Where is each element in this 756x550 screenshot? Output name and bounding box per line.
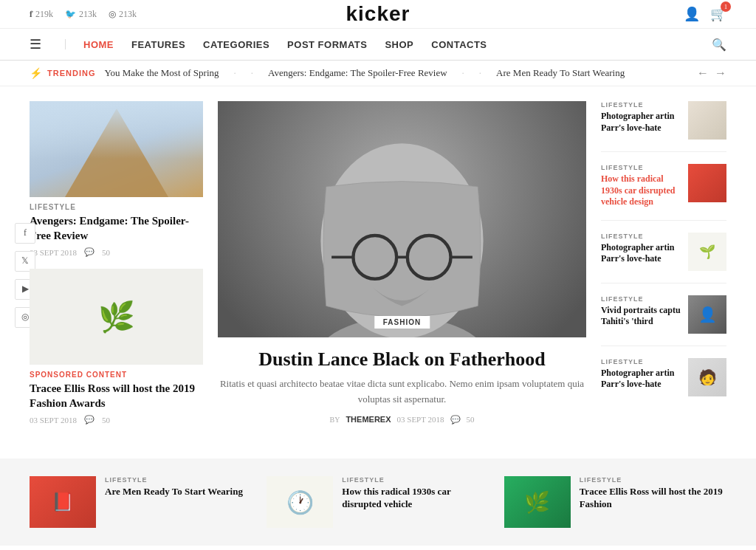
bottom-article-1-title[interactable]: Are Men Ready To Start Wearing: [105, 486, 252, 498]
trending-bar: ⚡ TRENDING You Make the Most of Spring ·…: [0, 61, 756, 86]
trending-next[interactable]: →: [715, 66, 726, 80]
right-article-1-title[interactable]: Photographer artin Parr's love-hate: [601, 111, 681, 134]
featured-image-container: FASHION: [218, 101, 586, 337]
nav-divider: [65, 39, 66, 49]
twitter-count: 213k: [79, 9, 97, 20]
right-article-5-thumb[interactable]: 🧑: [688, 358, 726, 396]
facebook-link[interactable]: 𝐟 219k: [30, 9, 53, 20]
nav-link-shop[interactable]: SHOP: [385, 39, 413, 50]
bottom-article-2-title[interactable]: How this radical 1930s car disrupted veh…: [342, 486, 489, 511]
top-right-icons: 👤 🛒 1: [684, 6, 726, 22]
bottom-article-2: 🕐 LIFESTYLE How this radical 1930s car d…: [267, 476, 489, 528]
left-article-1: LIFESTYLE Avengers: Endgame: The Spoiler…: [30, 101, 203, 257]
comment-icon-1: 💬: [84, 247, 94, 257]
instagram-count: 213k: [119, 9, 137, 20]
featured-comments: 50: [467, 415, 475, 424]
main-content: LIFESTYLE Avengers: Endgame: The Spoiler…: [0, 86, 756, 451]
featured-comment-icon: 💬: [450, 415, 461, 424]
bottom-article-1-cat: LIFESTYLE: [105, 476, 252, 484]
article-2-meta: 03 SEPT 2018 💬 50: [30, 415, 203, 424]
article-1-image[interactable]: [30, 101, 203, 197]
bottom-article-2-thumb[interactable]: 🕐: [267, 476, 333, 528]
right-article-4-thumb[interactable]: 👤: [688, 295, 726, 334]
right-article-3-title[interactable]: Photographer artin Parr's love-hate: [601, 242, 681, 265]
right-article-1-thumb[interactable]: [688, 101, 726, 140]
article-1-meta: 03 SEPT 2018 💬 50: [30, 247, 203, 257]
right-article-5-cat: LIFESTYLE: [601, 358, 681, 365]
hamburger-menu[interactable]: ☰: [30, 36, 41, 52]
facebook-icon: 𝐟: [30, 9, 32, 20]
nav-link-contacts[interactable]: CONTACTS: [431, 39, 487, 50]
bottom-article-3-thumb[interactable]: 🌿: [504, 476, 571, 528]
right-article-4-text: LIFESTYLE Vivid portraits captu Tahiti's…: [601, 295, 681, 328]
featured-excerpt: Ritatis et quasi architecto beatae vitae…: [218, 377, 586, 408]
right-article-2-cat: LIFESTYLE: [601, 164, 681, 171]
bottom-article-3: 🌿 LIFESTYLE Tracee Ellis Ross will host …: [504, 476, 726, 528]
article-2-title[interactable]: Tracee Ellis Ross will host the 2019 Fas…: [30, 382, 203, 410]
center-column: FASHION Dustin Lance Black on Fatherhood…: [218, 101, 586, 436]
trending-label: ⚡ TRENDING: [30, 67, 95, 79]
bottom-article-2-cat: LIFESTYLE: [342, 476, 489, 484]
top-bar: 𝐟 219k 🐦 213k ◎ 213k kicker 👤 🛒 1: [0, 0, 756, 29]
right-article-4-cat: LIFESTYLE: [601, 295, 681, 303]
bottom-article-1-thumb[interactable]: 📕: [30, 476, 96, 528]
right-article-5-text: LIFESTYLE Photographer artin Parr's love…: [601, 358, 681, 391]
article-1-category: LIFESTYLE: [30, 203, 203, 211]
nav-link-post-formats[interactable]: POST FORMATS: [287, 39, 367, 50]
twitter-icon: 🐦: [65, 9, 76, 20]
right-article-1-cat: LIFESTYLE: [601, 101, 681, 109]
featured-date: 03 SEPT 2018: [397, 415, 444, 424]
bottom-article-2-info: LIFESTYLE How this radical 1930s car dis…: [342, 476, 489, 528]
trending-nav: ← →: [697, 66, 726, 80]
social-links: 𝐟 219k 🐦 213k ◎ 213k: [30, 9, 137, 20]
trending-item-3[interactable]: Are Men Ready To Start Wearing: [496, 67, 625, 79]
featured-image[interactable]: FASHION: [218, 101, 586, 337]
right-column: LIFESTYLE Photographer artin Parr's love…: [601, 101, 726, 436]
comment-icon-2: 💬: [84, 415, 94, 424]
right-article-5: LIFESTYLE Photographer artin Parr's love…: [601, 358, 726, 408]
cart-badge: 1: [721, 1, 731, 12]
article-1-title[interactable]: Avengers: Endgame: The Spoiler-Free Revi…: [30, 214, 203, 243]
nav-link-features[interactable]: FEATURES: [131, 39, 185, 50]
article-2-category: SPONSORED CONTENT: [30, 371, 203, 379]
bottom-article-3-title[interactable]: Tracee Ellis Ross will host the 2019 Fas…: [580, 486, 726, 511]
site-title[interactable]: kicker: [346, 2, 410, 26]
article-1-date: 03 SEPT 2018: [30, 248, 77, 257]
right-article-2: LIFESTYLE How this radical 1930s car dis…: [601, 164, 726, 221]
featured-title[interactable]: Dustin Lance Black on Fatherhood: [218, 348, 586, 371]
nav-bar: ☰ HOME FEATURES CATEGORIES POST FORMATS …: [0, 29, 756, 61]
right-article-3-cat: LIFESTYLE: [601, 233, 681, 240]
user-icon[interactable]: 👤: [684, 6, 700, 22]
right-article-3-text: LIFESTYLE Photographer artin Parr's love…: [601, 233, 681, 265]
nav-link-home[interactable]: HOME: [83, 39, 114, 50]
right-article-5-title[interactable]: Photographer artin Parr's love-hate: [601, 368, 681, 391]
right-article-1-text: LIFESTYLE Photographer artin Parr's love…: [601, 101, 681, 134]
right-article-3-thumb[interactable]: 🌱: [688, 233, 726, 271]
trending-item-2[interactable]: Avengers: Endgame: The Spoiler-Free Revi…: [268, 67, 464, 79]
trending-text: TRENDING: [47, 69, 95, 78]
left-article-2: 🌿 SPONSORED CONTENT Tracee Ellis Ross wi…: [30, 269, 203, 424]
cart-icon[interactable]: 🛒 1: [710, 6, 726, 22]
bottom-article-3-info: LIFESTYLE Tracee Ellis Ross will host th…: [580, 476, 726, 528]
right-article-2-title[interactable]: How this radical 1930s car disrupted veh…: [601, 173, 681, 208]
nav-link-categories[interactable]: CATEGORIES: [203, 39, 269, 50]
trending-bolt-icon: ⚡: [30, 67, 43, 79]
right-article-1: LIFESTYLE Photographer artin Parr's love…: [601, 101, 726, 152]
featured-person-svg: [218, 101, 586, 337]
trending-items: You Make the Most of Spring · Avengers: …: [104, 67, 688, 79]
featured-meta: BY THEMEREX 03 SEPT 2018 💬 50: [218, 415, 586, 424]
right-article-3: LIFESTYLE Photographer artin Parr's love…: [601, 233, 726, 283]
search-icon[interactable]: 🔍: [712, 38, 726, 52]
facebook-social-btn[interactable]: f: [15, 223, 35, 244]
trending-item-1[interactable]: You Make the Most of Spring: [104, 67, 236, 79]
bottom-article-3-cat: LIFESTYLE: [580, 476, 726, 484]
article-1-comments: 50: [102, 248, 110, 257]
instagram-link[interactable]: ◎ 213k: [109, 9, 137, 20]
featured-category-badge: FASHION: [374, 316, 430, 329]
twitter-link[interactable]: 🐦 213k: [65, 9, 97, 20]
trending-prev[interactable]: ←: [697, 66, 709, 80]
article-2-image[interactable]: 🌿: [30, 269, 203, 365]
right-article-4-title[interactable]: Vivid portraits captu Tahiti's 'third: [601, 305, 681, 328]
bottom-section: 📕 LIFESTYLE Are Men Ready To Start Weari…: [0, 458, 756, 546]
right-article-2-thumb[interactable]: [688, 164, 726, 202]
